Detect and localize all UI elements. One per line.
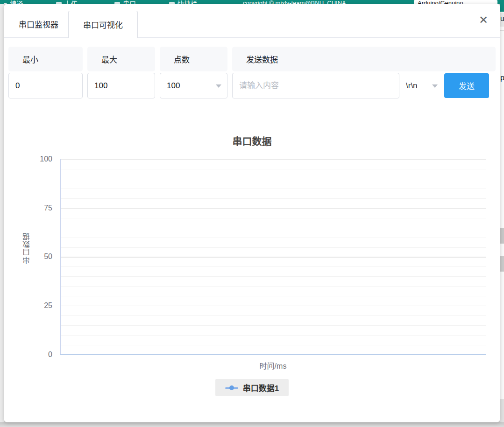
background-block <box>500 399 504 422</box>
toolbar-quickbar-label: 快捷栏 <box>177 0 197 4</box>
background-text-p: p <box>500 74 504 82</box>
statusbar-edge <box>500 4 504 12</box>
legend-series-label: 串口数据1 <box>243 382 279 393</box>
background-block <box>500 256 504 272</box>
background-divider <box>500 30 504 31</box>
app-status-bar: 编译 上传 串口 快捷栏 copyright © mixly-team@BNU,… <box>0 0 504 4</box>
close-icon[interactable]: ✕ <box>478 15 489 26</box>
toolbar-compile-button[interactable]: 编译 <box>4 0 23 4</box>
line-ending-value: \r\n <box>406 81 418 91</box>
background-text-u: u <box>500 13 504 27</box>
serial-dialog: 串口监视器 串口可视化 ✕ 最小 最大 点数 发送数据 \r\n 发送 <box>4 4 500 422</box>
points-select-value[interactable] <box>160 73 227 98</box>
page-background-left <box>0 4 4 422</box>
tab-serial-visualization-label: 串口可视化 <box>83 19 123 30</box>
chart-title: 串口数据 <box>4 133 500 147</box>
tab-serial-visualization[interactable]: 串口可视化 <box>68 11 138 38</box>
page-background-right: u p <box>500 4 504 422</box>
toolbar-serial-label: 串口 <box>123 0 136 4</box>
max-input[interactable] <box>87 73 155 98</box>
y-axis-label: 串口数据 <box>21 232 33 264</box>
legend-item-series1[interactable]: 串口数据1 <box>215 379 289 396</box>
y-axis-tick: 0 <box>30 351 52 358</box>
x-axis-label: 时间/ms <box>60 360 486 371</box>
board-selector[interactable]: Arduino/Genuino <box>414 0 497 4</box>
tab-bar: 串口监视器 串口可视化 <box>4 11 500 38</box>
background-block <box>500 228 504 244</box>
y-axis-tick: 50 <box>30 253 52 260</box>
page-background-bottom <box>0 422 504 427</box>
line-ending-select[interactable]: \r\n <box>399 73 441 98</box>
chart-plot-area <box>60 159 486 355</box>
send-button[interactable]: 发送 <box>444 73 489 98</box>
min-header-label: 最小 <box>8 47 83 71</box>
chart-legend: 串口数据1 <box>4 379 500 396</box>
y-axis-tick: 100 <box>30 155 52 163</box>
min-input[interactable] <box>8 73 83 98</box>
y-axis-tick: 25 <box>30 302 52 309</box>
max-header-label: 最大 <box>87 47 155 71</box>
send-data-header-label: 发送数据 <box>232 47 496 71</box>
y-axis-tick: 75 <box>30 204 52 212</box>
toolbar-serial-button[interactable]: 串口 <box>114 0 136 4</box>
toolbar-upload-label: 上传 <box>64 0 78 4</box>
line-series-marker-icon <box>225 385 238 390</box>
toolbar-upload-button[interactable]: 上传 <box>56 0 78 4</box>
copyright-text: copyright © mixly-team@BNU, CHINA <box>243 0 346 4</box>
points-header-label: 点数 <box>160 47 227 71</box>
chevron-down-icon <box>432 84 438 88</box>
tab-serial-monitor[interactable]: 串口监视器 <box>13 11 64 37</box>
toolbar-quickbar-button[interactable]: 快捷栏 <box>169 0 197 4</box>
toolbar-compile-label: 编译 <box>10 0 23 4</box>
send-data-input[interactable] <box>232 73 399 98</box>
chart-settings-form: 最小 最大 点数 发送数据 \r\n 发送 <box>4 38 500 98</box>
points-select[interactable] <box>160 73 227 98</box>
tab-serial-monitor-label: 串口监视器 <box>19 18 58 30</box>
